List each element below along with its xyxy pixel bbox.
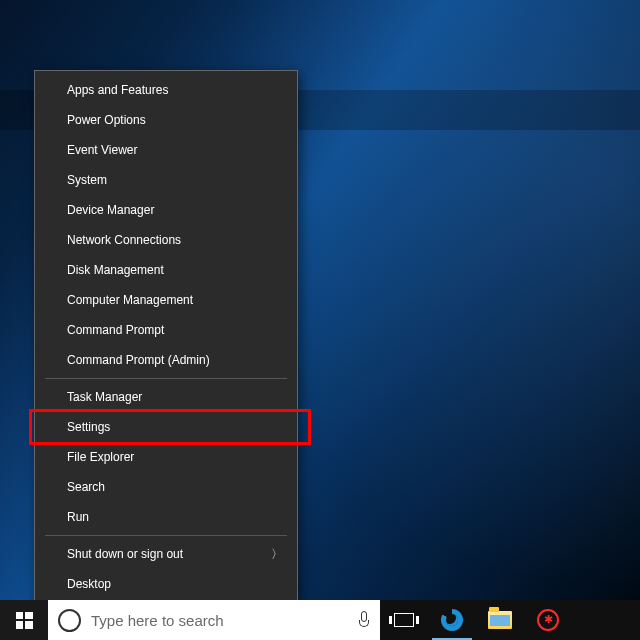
menu-label: Search: [67, 480, 105, 494]
menu-computer-management[interactable]: Computer Management: [35, 285, 297, 315]
menu-task-manager[interactable]: Task Manager: [35, 382, 297, 412]
menu-separator: [45, 535, 287, 536]
menu-label: Device Manager: [67, 203, 154, 217]
menu-shutdown-signout[interactable]: Shut down or sign out 〉: [35, 539, 297, 569]
menu-label: Disk Management: [67, 263, 164, 277]
chevron-right-icon: 〉: [271, 546, 283, 563]
menu-file-explorer[interactable]: File Explorer: [35, 442, 297, 472]
menu-label: Command Prompt (Admin): [67, 353, 210, 367]
menu-label: System: [67, 173, 107, 187]
taskbar-search[interactable]: Type here to search: [48, 600, 380, 640]
menu-desktop[interactable]: Desktop: [35, 569, 297, 599]
menu-label: Computer Management: [67, 293, 193, 307]
menu-apps-and-features[interactable]: Apps and Features: [35, 75, 297, 105]
search-placeholder: Type here to search: [91, 612, 348, 629]
taskbar-app-unknown[interactable]: [524, 600, 572, 640]
menu-label: Shut down or sign out: [67, 547, 183, 561]
menu-network-connections[interactable]: Network Connections: [35, 225, 297, 255]
menu-power-options[interactable]: Power Options: [35, 105, 297, 135]
taskbar-app-file-explorer[interactable]: [476, 600, 524, 640]
menu-disk-management[interactable]: Disk Management: [35, 255, 297, 285]
menu-event-viewer[interactable]: Event Viewer: [35, 135, 297, 165]
file-explorer-icon: [488, 611, 512, 629]
menu-label: Run: [67, 510, 89, 524]
red-ring-icon: [537, 609, 559, 631]
taskbar: Type here to search: [0, 600, 640, 640]
menu-label: Power Options: [67, 113, 146, 127]
menu-label: Command Prompt: [67, 323, 164, 337]
menu-command-prompt[interactable]: Command Prompt: [35, 315, 297, 345]
task-view-icon: [394, 613, 414, 627]
menu-separator: [45, 378, 287, 379]
windows-logo-icon: [16, 612, 33, 629]
task-view-button[interactable]: [380, 600, 428, 640]
menu-search[interactable]: Search: [35, 472, 297, 502]
taskbar-app-edge[interactable]: [428, 600, 476, 640]
menu-run[interactable]: Run: [35, 502, 297, 532]
menu-label: Network Connections: [67, 233, 181, 247]
menu-label: File Explorer: [67, 450, 134, 464]
start-button[interactable]: [0, 600, 48, 640]
menu-label: Event Viewer: [67, 143, 137, 157]
menu-label: Desktop: [67, 577, 111, 591]
winx-context-menu: Apps and Features Power Options Event Vi…: [34, 70, 298, 602]
menu-label: Task Manager: [67, 390, 142, 404]
edge-icon: [441, 609, 463, 631]
menu-label: Apps and Features: [67, 83, 168, 97]
menu-label: Settings: [67, 420, 110, 434]
menu-settings[interactable]: Settings: [35, 412, 297, 442]
menu-device-manager[interactable]: Device Manager: [35, 195, 297, 225]
microphone-icon[interactable]: [358, 611, 370, 629]
menu-system[interactable]: System: [35, 165, 297, 195]
menu-command-prompt-admin[interactable]: Command Prompt (Admin): [35, 345, 297, 375]
cortana-icon: [58, 609, 81, 632]
